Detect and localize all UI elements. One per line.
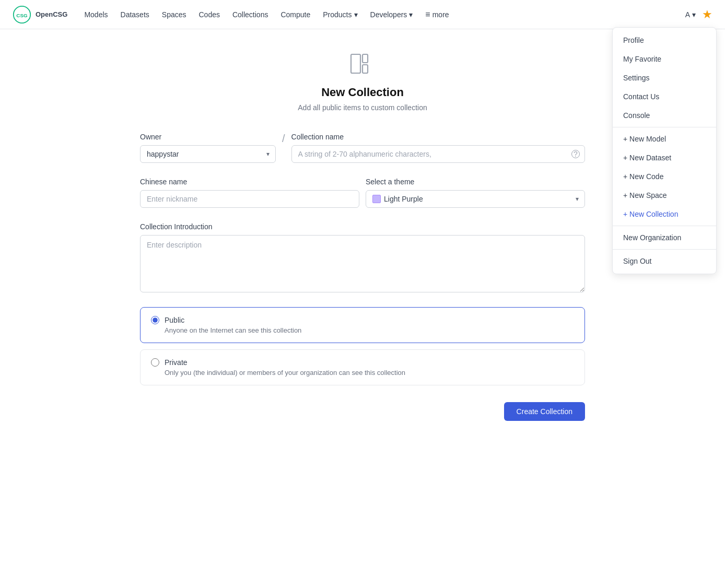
collection-page-icon — [349, 50, 376, 77]
dropdown-new-space[interactable]: + New Space — [613, 186, 716, 205]
logo-text: OpenCSG — [36, 10, 67, 18]
theme-select-wrapper: Light Purple — [366, 190, 585, 208]
user-dropdown-menu: Profile My Favorite Settings Contact Us … — [612, 27, 717, 274]
dropdown-new-model[interactable]: + New Model — [613, 130, 716, 148]
nav-right: A ▾ ★ — [685, 8, 712, 21]
owner-collection-row: Owner happystar / Collection name ? — [140, 133, 585, 163]
owner-select-wrapper: happystar — [140, 145, 276, 163]
visibility-private-option[interactable]: Private Only you (the individual) or mem… — [140, 349, 585, 385]
main-content: New Collection Add all public items to c… — [127, 29, 598, 463]
dropdown-new-organization[interactable]: New Organization — [613, 228, 716, 247]
description-group: Collection Introduction — [140, 222, 585, 292]
dropdown-new-dataset[interactable]: + New Dataset — [613, 148, 716, 167]
dropdown-sign-out[interactable]: Sign Out — [613, 252, 716, 271]
nav-datasets[interactable]: Datasets — [121, 10, 149, 19]
page-header: New Collection Add all public items to c… — [140, 50, 585, 112]
owner-label: Owner — [140, 133, 276, 141]
dropdown-contact-us[interactable]: Contact Us — [613, 87, 716, 106]
svg-rect-2 — [351, 54, 360, 73]
dropdown-divider-3 — [613, 249, 716, 250]
theme-value: Light Purple — [384, 195, 423, 203]
collection-name-label: Collection name — [291, 133, 585, 141]
chinese-name-label: Chinese name — [140, 178, 359, 186]
visibility-public-option[interactable]: Public Anyone on the Internet can see th… — [140, 307, 585, 343]
nav-more[interactable]: ≡ more — [425, 10, 449, 19]
navbar: CSG OpenCSG Models Datasets Spaces Codes… — [0, 0, 725, 29]
dropdown-new-collection[interactable]: + New Collection — [613, 205, 716, 224]
list-icon: ≡ — [425, 10, 430, 19]
nav-links: Models Datasets Spaces Codes Collections… — [84, 10, 685, 19]
create-collection-button[interactable]: Create Collection — [504, 402, 585, 421]
collection-name-group: Collection name ? — [291, 133, 585, 163]
chevron-down-icon: ▾ — [354, 10, 358, 19]
submit-row: Create Collection — [140, 402, 585, 421]
nav-spaces[interactable]: Spaces — [162, 10, 186, 19]
logo[interactable]: CSG OpenCSG — [13, 5, 67, 24]
page-subtitle: Add all public items to custom collectio… — [140, 103, 585, 112]
owner-group: Owner happystar — [140, 133, 276, 163]
help-icon[interactable]: ? — [571, 150, 580, 158]
description-label: Collection Introduction — [140, 222, 585, 231]
svg-text:CSG: CSG — [16, 12, 28, 18]
chinese-theme-row: Chinese name Select a theme Light Purple — [140, 178, 585, 208]
dropdown-profile[interactable]: Profile — [613, 31, 716, 50]
favorite-star-icon[interactable]: ★ — [702, 8, 712, 21]
chevron-down-icon: ▾ — [409, 10, 413, 19]
dropdown-settings[interactable]: Settings — [613, 68, 716, 87]
private-label: Private — [165, 358, 188, 367]
owner-select[interactable]: happystar — [140, 145, 276, 163]
nav-codes[interactable]: Codes — [199, 10, 220, 19]
svg-rect-4 — [362, 65, 368, 73]
nav-products[interactable]: Products ▾ — [323, 10, 357, 19]
public-description: Anyone on the Internet can see this coll… — [165, 326, 574, 334]
public-radio[interactable] — [151, 316, 159, 324]
theme-select[interactable]: Light Purple — [366, 190, 585, 208]
description-textarea[interactable] — [140, 235, 585, 292]
theme-color-swatch — [372, 195, 381, 203]
dropdown-divider-2 — [613, 226, 716, 226]
dropdown-divider-1 — [613, 127, 716, 127]
dropdown-new-code[interactable]: + New Code — [613, 167, 716, 186]
collection-name-input[interactable] — [291, 145, 585, 163]
nav-models[interactable]: Models — [84, 10, 108, 19]
nav-compute[interactable]: Compute — [280, 10, 310, 19]
nav-collections[interactable]: Collections — [232, 10, 268, 19]
public-label: Public — [165, 316, 184, 324]
slash-divider: / — [282, 133, 285, 150]
nav-developers[interactable]: Developers ▾ — [370, 10, 413, 19]
page-title: New Collection — [140, 86, 585, 99]
collection-name-input-wrapper: ? — [291, 145, 585, 163]
svg-rect-3 — [362, 54, 368, 63]
dropdown-console[interactable]: Console — [613, 106, 716, 125]
language-button[interactable]: A ▾ — [685, 10, 696, 19]
dropdown-my-favorite[interactable]: My Favorite — [613, 50, 716, 68]
private-radio[interactable] — [151, 358, 159, 367]
chinese-name-input[interactable] — [140, 190, 359, 208]
chevron-down-icon: ▾ — [692, 10, 696, 19]
theme-label: Select a theme — [366, 178, 585, 186]
chinese-name-group: Chinese name — [140, 178, 359, 208]
theme-group: Select a theme Light Purple — [366, 178, 585, 208]
private-description: Only you (the individual) or members of … — [165, 369, 574, 377]
